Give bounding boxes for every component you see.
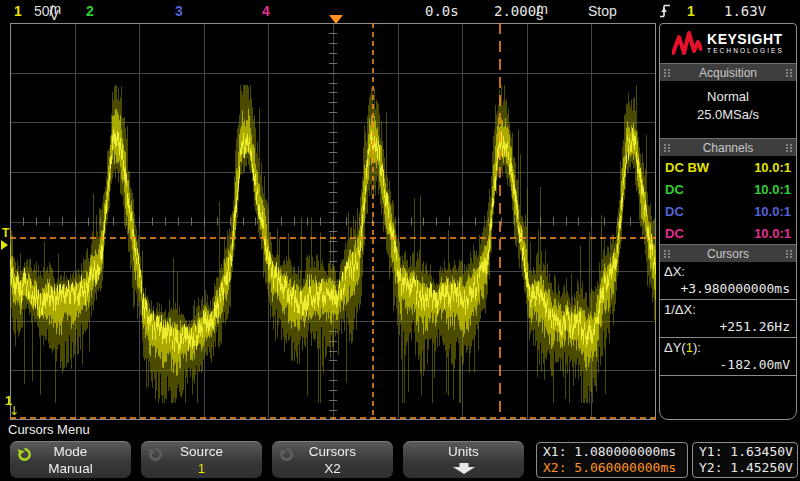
channel3-probe-ratio: 10.0:1 bbox=[754, 204, 791, 219]
trigger-level[interactable]: 1.63V bbox=[724, 3, 766, 19]
brand-sub: TECHNOLOGIES bbox=[707, 48, 784, 55]
trigger-level-arrow-icon bbox=[1, 240, 8, 250]
channel1-scale-value: 50 bbox=[34, 3, 50, 19]
softkey-units-label: Units bbox=[403, 444, 524, 459]
channel4-probe-ratio: 10.0:1 bbox=[754, 226, 791, 241]
status-bar: 1 50mV/ 2 3 4 0.0s 2.000ms/ Stop 1 1.63V bbox=[0, 0, 800, 22]
brand-name: KEYSIGHT bbox=[707, 32, 784, 46]
softkey-cursors-label: Cursors bbox=[272, 444, 393, 459]
delta-y-label-suffix: ): bbox=[693, 340, 701, 355]
delta-x-label: ΔX: bbox=[664, 264, 685, 279]
channel1-button[interactable]: 1 bbox=[14, 3, 22, 19]
waveform-canvas[interactable] bbox=[10, 23, 656, 420]
softkey-menu-bar: Cursors Menu Mode Manual Source 1 Cursor… bbox=[0, 420, 800, 481]
channel3-info-row: DC 10.0:1 bbox=[660, 200, 796, 222]
trigger-edge-icon bbox=[659, 4, 671, 21]
channels-header[interactable]: Channels bbox=[660, 139, 796, 156]
inverse-delta-x-readout: 1/ΔX: +251.26Hz bbox=[660, 300, 796, 338]
softkey-cursors[interactable]: Cursors X2 bbox=[272, 441, 393, 478]
info-sidebar: KEYSIGHT TECHNOLOGIES Acquisition Normal… bbox=[659, 23, 797, 420]
cursors-section: Cursors ΔX: +3.980000000ms 1/ΔX: +251.26… bbox=[660, 244, 796, 376]
keysight-logo: KEYSIGHT TECHNOLOGIES bbox=[660, 24, 796, 63]
acquisition-section: Acquisition Normal 25.0MSa/s bbox=[660, 63, 796, 138]
y2-value: Y2: 1.45250V bbox=[699, 460, 791, 476]
down-arrow-icon bbox=[453, 463, 475, 474]
channel4-coupling: DC bbox=[665, 226, 684, 241]
run-state: Stop bbox=[588, 3, 617, 19]
delta-x-value: +3.980000000ms bbox=[664, 279, 792, 299]
channels-section: Channels DC BW 10.0:1 DC 10.0:1 DC 10.0:… bbox=[660, 138, 796, 244]
channel3-button[interactable]: 3 bbox=[175, 3, 183, 19]
channel3-coupling: DC bbox=[665, 204, 684, 219]
grip-dots-icon bbox=[785, 68, 793, 78]
trigger-position-marker[interactable] bbox=[329, 15, 343, 24]
y-cursor-readout: Y1: 1.63450V Y2: 1.45250V bbox=[692, 442, 798, 478]
softkey-source[interactable]: Source 1 bbox=[141, 441, 262, 478]
cursors-title: Cursors bbox=[671, 247, 785, 261]
channels-body: DC BW 10.0:1 DC 10.0:1 DC 10.0:1 DC 10.0… bbox=[660, 156, 796, 244]
channel2-coupling: DC bbox=[665, 182, 684, 197]
acquisition-mode: Normal bbox=[660, 89, 796, 104]
sample-rate: 25.0MSa/s bbox=[660, 107, 796, 122]
timebase-readout[interactable]: 2.000ms/ bbox=[494, 3, 540, 19]
grip-dots-icon bbox=[785, 249, 793, 259]
softkey-mode-value: Manual bbox=[10, 461, 131, 476]
delta-y-readout: ΔY(1): -182.00mV bbox=[660, 338, 796, 376]
cursors-header[interactable]: Cursors bbox=[660, 245, 796, 262]
channel1-probe-ratio: 10.0:1 bbox=[754, 160, 791, 175]
softkey-source-value: 1 bbox=[141, 461, 262, 476]
delta-x-readout: ΔX: +3.980000000ms bbox=[660, 262, 796, 300]
channel1-info-row: DC BW 10.0:1 bbox=[660, 156, 796, 178]
softkey-cursors-value: X2 bbox=[272, 461, 393, 476]
softkey-mode-label: Mode bbox=[10, 444, 131, 459]
x1-value: X1: 1.080000000ms bbox=[543, 444, 681, 460]
cursors-body: ΔX: +3.980000000ms 1/ΔX: +251.26Hz ΔY(1)… bbox=[660, 262, 796, 376]
channel1-scale[interactable]: 50mV/ bbox=[34, 3, 53, 19]
x2-value: X2: 5.060000000ms bbox=[543, 460, 681, 476]
grip-dots-icon bbox=[663, 68, 671, 78]
grip-dots-icon bbox=[785, 143, 793, 153]
channel2-button[interactable]: 2 bbox=[86, 3, 94, 19]
menu-title: Cursors Menu bbox=[8, 422, 90, 437]
channel1-coupling: DC BW bbox=[665, 160, 709, 175]
channel1-scale-unit: mV bbox=[50, 6, 62, 18]
delta-y-value: -182.00mV bbox=[664, 355, 792, 375]
channels-title: Channels bbox=[671, 141, 785, 155]
timebase-unit: ms bbox=[536, 6, 548, 18]
acquisition-header[interactable]: Acquisition bbox=[660, 64, 796, 81]
x-cursor-readout: X1: 1.080000000ms X2: 5.060000000ms bbox=[536, 442, 688, 478]
channel2-probe-ratio: 10.0:1 bbox=[754, 182, 791, 197]
channel4-button[interactable]: 4 bbox=[262, 3, 270, 19]
acquisition-title: Acquisition bbox=[671, 66, 785, 80]
trigger-level-marker[interactable]: T bbox=[2, 226, 9, 240]
acquisition-body: Normal 25.0MSa/s bbox=[660, 81, 796, 138]
inverse-delta-x-value: +251.26Hz bbox=[664, 317, 792, 337]
softkey-source-label: Source bbox=[141, 444, 262, 459]
waveform-display: T 1 ↓ bbox=[10, 23, 656, 420]
trigger-source: 1 bbox=[687, 3, 695, 19]
channel1-offscreen-arrow-icon: ↓ bbox=[9, 404, 19, 418]
oscilloscope-screen: 1 50mV/ 2 3 4 0.0s 2.000ms/ Stop 1 1.63V… bbox=[0, 0, 800, 481]
brand-text: KEYSIGHT TECHNOLOGIES bbox=[707, 32, 784, 55]
delta-y-label: ΔY( bbox=[664, 340, 686, 355]
horizontal-delay: 0.0s bbox=[425, 3, 459, 19]
grip-dots-icon bbox=[663, 249, 671, 259]
inverse-delta-x-label: 1/ΔX: bbox=[664, 302, 696, 317]
keysight-spark-icon bbox=[672, 31, 702, 57]
timebase-value: 2.000 bbox=[494, 3, 536, 19]
y1-value: Y1: 1.63450V bbox=[699, 444, 791, 460]
softkey-mode[interactable]: Mode Manual bbox=[10, 441, 131, 478]
grip-dots-icon bbox=[663, 143, 671, 153]
softkey-units[interactable]: Units bbox=[403, 441, 524, 478]
delta-y-channel: 1 bbox=[686, 340, 693, 355]
channel2-info-row: DC 10.0:1 bbox=[660, 178, 796, 200]
channel4-info-row: DC 10.0:1 bbox=[660, 222, 796, 244]
